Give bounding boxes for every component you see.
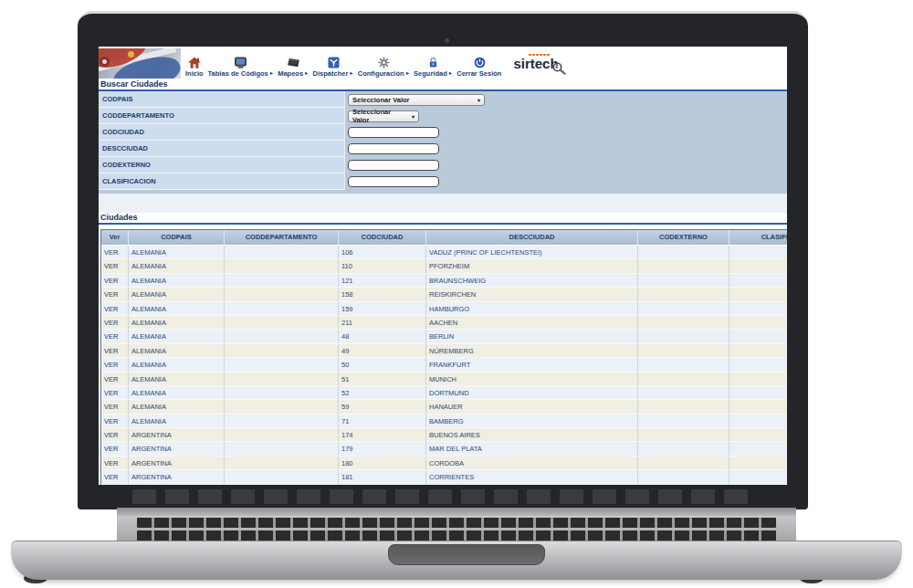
nav-label: Mapeos — [278, 69, 303, 78]
ver-link[interactable]: VER — [104, 431, 118, 439]
nav-label: Dispatcher — [313, 69, 349, 78]
cell-codciudad: 71 — [339, 415, 426, 428]
cell-coddepartamento — [225, 274, 339, 288]
nav-item-tablas-de-codigos[interactable]: Tablas de Códigos► — [208, 55, 275, 78]
coddepartamento-select[interactable]: Seleccionar Valor ▾ — [348, 110, 419, 122]
cell-descciudad: BUENOS AIRES — [426, 428, 638, 442]
codpais-select[interactable]: Seleccionar Valor ▾ — [348, 94, 485, 106]
table-row: VER ALEMANIA 158 REISKIRCHEN — [101, 288, 787, 301]
column-header-coddepartamento: CODDEPARTAMENTO — [225, 230, 339, 245]
ver-link[interactable]: VER — [104, 389, 118, 397]
cell-codexterno — [638, 470, 729, 484]
results-section-title: Ciudades — [99, 213, 787, 225]
cell-codciudad: 51 — [339, 373, 426, 386]
ver-link[interactable]: VER — [104, 445, 118, 453]
column-header-ver: Ver — [101, 230, 129, 245]
field-label: CODEXTERNO — [99, 157, 345, 173]
cell-coddepartamento — [225, 373, 339, 386]
cell-clasificacion — [729, 259, 787, 273]
form-row-codexterno: CODEXTERNO — [99, 157, 787, 173]
cell-codciudad: 48 — [339, 330, 426, 343]
keyboard-keys — [137, 530, 776, 541]
table-row: VER ARGENTINA 180 CORDOBA — [101, 457, 787, 470]
cell-codexterno — [638, 415, 729, 428]
cell-coddepartamento — [225, 457, 339, 470]
cell-codexterno — [638, 358, 729, 372]
cell-codpais: ALEMANIA — [129, 288, 225, 301]
submenu-arrow: ► — [349, 70, 353, 76]
cell-codpais: ALEMANIA — [129, 373, 225, 386]
cell-descciudad: AACHEN — [426, 316, 638, 330]
ver-link[interactable]: VER — [104, 319, 118, 327]
cell-coddepartamento — [225, 316, 339, 330]
ver-link[interactable]: VER — [104, 248, 118, 257]
nav-item-seguridad[interactable]: Seguridad► — [414, 55, 453, 78]
ver-link[interactable]: VER — [104, 361, 118, 369]
codexterno-input[interactable] — [348, 160, 439, 171]
cell-descciudad: NÚREMBERG — [426, 344, 638, 358]
cell-codciudad: 211 — [339, 316, 426, 330]
cell-codpais: ALEMANIA — [129, 330, 225, 343]
ver-link[interactable]: VER — [104, 375, 118, 383]
cell-codciudad: 179 — [339, 442, 426, 456]
laptop-keyboard-deck — [117, 508, 796, 542]
cell-descciudad: PFORZHEIM — [426, 259, 638, 273]
sirtech-logo: sirtech — [513, 56, 558, 71]
ver-link[interactable]: VER — [104, 473, 118, 481]
nav-item-configuracion[interactable]: Configuración► — [358, 55, 410, 78]
ver-link[interactable]: VER — [104, 403, 118, 411]
ver-link[interactable]: VER — [104, 417, 118, 425]
form-row-codciudad: CODCIUDAD — [99, 124, 787, 141]
cell-descciudad: VADUZ (PRINC OF LIECHTENSTEI) — [426, 246, 638, 259]
cell-clasificacion — [729, 316, 787, 330]
cell-codexterno — [638, 316, 729, 330]
brand-dots — [529, 54, 550, 57]
cell-codciudad: 158 — [339, 288, 426, 301]
cell-clasificacion — [729, 470, 787, 484]
cell-descciudad: CORRIENTES — [426, 470, 638, 484]
cell-coddepartamento — [225, 344, 339, 358]
cell-codciudad: 121 — [339, 274, 426, 288]
cell-coddepartamento — [225, 470, 339, 484]
clasificacion-input[interactable] — [348, 176, 439, 187]
codciudad-input[interactable] — [348, 127, 439, 138]
laptop-mockup: Inicio Tablas de Códigos► Mapeos► — [0, 0, 913, 588]
nav-item-mapeos[interactable]: Mapeos► — [278, 55, 309, 78]
cell-descciudad: BERLIN — [426, 330, 638, 343]
dispatcher-icon — [328, 55, 340, 68]
ver-link[interactable]: VER — [104, 305, 118, 313]
ver-link[interactable]: VER — [104, 277, 118, 285]
nav-label: Seguridad — [414, 69, 447, 78]
cell-codciudad: 174 — [339, 428, 426, 442]
chevron-down-icon: ▾ — [477, 97, 480, 103]
cell-codexterno — [638, 442, 729, 456]
cell-codpais: ALEMANIA — [129, 302, 225, 316]
laptop-lid: Inicio Tablas de Códigos► Mapeos► — [78, 11, 808, 509]
logout-power-icon — [474, 55, 486, 68]
ver-link[interactable]: VER — [104, 290, 118, 299]
table-row: VER ALEMANIA 71 BAMBERG — [101, 415, 787, 428]
descciudad-input[interactable] — [348, 143, 439, 154]
cell-codexterno — [638, 274, 729, 288]
table-row: VER ARGENTINA 181 CORRIENTES — [101, 470, 787, 484]
cell-codpais: ALEMANIA — [129, 400, 225, 414]
cell-coddepartamento — [225, 442, 339, 456]
nav-item-dispatcher[interactable]: Dispatcher► — [313, 55, 354, 78]
ver-link[interactable]: VER — [104, 332, 118, 341]
cell-codexterno — [638, 386, 729, 400]
column-header-codciudad: CODCIUDAD — [339, 230, 426, 245]
nav-item-cerrar-sesion[interactable]: Cerrar Sesión — [456, 55, 502, 78]
table-row: VER ALEMANIA 51 MUNICH — [101, 373, 787, 386]
cell-codpais: ALEMANIA — [129, 274, 225, 288]
ver-link[interactable]: VER — [104, 262, 118, 270]
ver-link[interactable]: VER — [104, 459, 118, 467]
ver-link[interactable]: VER — [104, 347, 118, 355]
cell-clasificacion — [729, 274, 787, 288]
cell-codpais: ALEMANIA — [129, 259, 225, 273]
cell-clasificacion — [729, 373, 787, 386]
nav-item-inicio[interactable]: Inicio — [185, 55, 205, 78]
cell-coddepartamento — [225, 302, 339, 316]
cell-descciudad: MUNICH — [426, 373, 638, 386]
webcam-dot — [445, 38, 449, 43]
cell-codexterno — [638, 400, 729, 414]
